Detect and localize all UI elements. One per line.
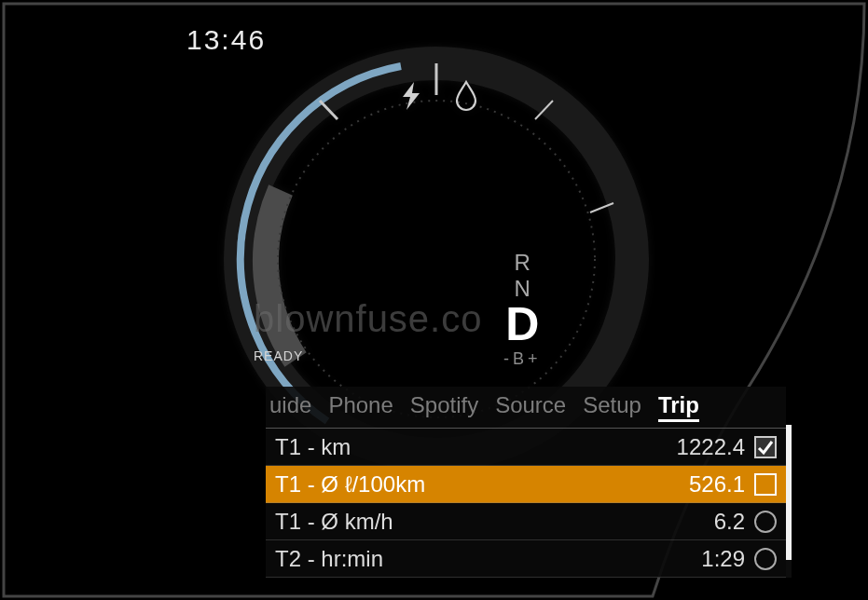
trip-row-t1-l100km[interactable]: T1 - Ø ℓ/100km 526.1 xyxy=(266,466,786,503)
trip-row-value: 1222.4 xyxy=(677,434,745,460)
checkbox-checked-icon xyxy=(754,436,777,458)
tab-spotify[interactable]: Spotify xyxy=(410,392,478,418)
radio-empty-icon xyxy=(754,548,777,570)
trip-row-t2-hrmin[interactable]: T2 - hr:min 1:29 xyxy=(266,540,786,578)
trip-row-value: 6.2 xyxy=(714,509,745,535)
tab-phone[interactable]: Phone xyxy=(328,392,393,418)
trip-row-t1-kmh[interactable]: T1 - Ø km/h 6.2 xyxy=(266,503,786,540)
gear-b-row: -B+ xyxy=(503,349,542,369)
tab-trip[interactable]: Trip xyxy=(658,392,699,422)
gear-r: R xyxy=(503,250,542,276)
svg-point-1 xyxy=(278,101,595,417)
trip-row-label: T2 - hr:min xyxy=(275,546,701,572)
trip-row-value: 1:29 xyxy=(701,546,745,572)
gear-indicator: R N D -B+ xyxy=(503,250,542,369)
trip-row-t1-km[interactable]: T1 - km 1222.4 xyxy=(266,429,786,466)
trip-menu-panel: uide Phone Spotify Source Setup Trip T1 … xyxy=(266,387,786,578)
trip-menu-list: T1 - km 1222.4 T1 - Ø ℓ/100km 526.1 T1 -… xyxy=(266,428,786,578)
trip-row-label: T1 - Ø km/h xyxy=(275,509,714,535)
tab-setup[interactable]: Setup xyxy=(583,392,641,418)
trip-row-value: 526.1 xyxy=(689,471,745,498)
scrollbar-thumb[interactable] xyxy=(786,425,792,560)
menu-scrollbar[interactable] xyxy=(786,425,792,578)
tab-guide[interactable]: uide xyxy=(269,392,311,418)
lightning-icon xyxy=(403,82,420,110)
ready-status: READY xyxy=(254,348,303,363)
trip-row-label: T1 - km xyxy=(275,434,677,460)
tab-source[interactable]: Source xyxy=(495,392,566,418)
gear-n: N xyxy=(503,276,542,302)
menu-tabs: uide Phone Spotify Source Setup Trip xyxy=(266,387,786,428)
checkbox-empty-icon xyxy=(754,473,777,496)
radio-empty-icon xyxy=(754,511,777,533)
gear-d: D xyxy=(503,301,542,348)
trip-row-label: T1 - Ø ℓ/100km xyxy=(275,471,689,498)
